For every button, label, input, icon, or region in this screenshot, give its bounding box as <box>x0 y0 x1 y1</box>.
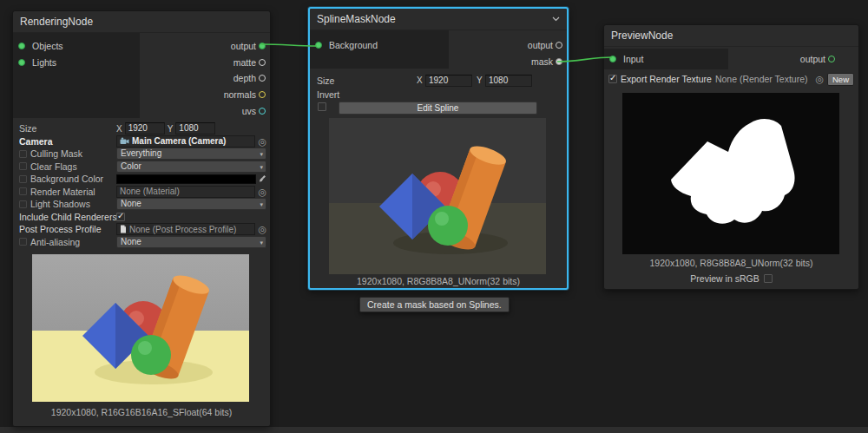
rendering-preview-caption: 1920x1080, R16G16B16A16_SFloat(64 bits) <box>13 407 270 417</box>
background-input-port[interactable] <box>315 42 322 49</box>
camera-object-field[interactable]: Main Camera (Camera) <box>116 135 255 148</box>
size-y-field[interactable]: 1080 <box>485 75 532 87</box>
object-picker-icon[interactable]: ◎ <box>258 137 266 146</box>
object-picker-icon[interactable]: ◎ <box>258 187 266 196</box>
depth-port[interactable] <box>259 75 266 82</box>
light-shadows-label: Light Shadows <box>30 199 90 209</box>
rendering-node[interactable]: RenderingNode Objects Lights output <box>12 10 271 427</box>
culling-mask-row: Culling Mask Everything▾ <box>13 148 270 161</box>
size-y-field[interactable]: 1080 <box>175 122 215 134</box>
collapse-chevron-icon[interactable] <box>552 16 560 22</box>
spline-mask-node-header[interactable]: SplineMaskNode <box>310 9 567 30</box>
normals-port[interactable] <box>259 91 266 98</box>
node-description-tooltip: Create a mask based on Splines. <box>359 297 510 312</box>
background-port-label: Background <box>329 40 378 50</box>
invert-checkbox[interactable] <box>318 102 326 111</box>
document-icon <box>120 225 127 233</box>
chevron-down-icon: ▾ <box>260 149 263 160</box>
spline-mask-node-title: SplineMaskNode <box>317 13 396 25</box>
chevron-down-icon: ▾ <box>260 200 263 210</box>
culling-mask-label: Culling Mask <box>30 148 82 159</box>
output-port[interactable] <box>259 43 266 49</box>
output-port-row: depth <box>140 70 270 87</box>
size-x-field[interactable]: 1920 <box>425 75 472 87</box>
light-shadows-dropdown[interactable]: None▾ <box>116 198 266 210</box>
output-port[interactable] <box>828 56 835 62</box>
lights-input-port[interactable] <box>18 59 25 66</box>
invert-label: Invert <box>317 89 339 100</box>
include-child-renderers-row: Include Child Renderers <box>13 211 270 224</box>
light-shadows-row: Light Shadows None▾ <box>13 198 270 211</box>
uvs-port[interactable] <box>259 108 266 115</box>
culling-mask-dropdown[interactable]: Everything▾ <box>116 148 266 160</box>
spline-mask-preview-image <box>329 118 546 274</box>
size-x-label: X <box>116 124 122 134</box>
post-process-profile-value: None (Post Process Profile) <box>129 225 236 234</box>
preview-node[interactable]: PreviewNode Input output Export Render T… <box>603 24 859 290</box>
output-port-row: normals <box>140 87 270 103</box>
size-x-field[interactable]: 1920 <box>125 122 165 134</box>
matte-port[interactable] <box>259 59 266 66</box>
expose-toggle[interactable] <box>19 175 27 183</box>
node-graph-canvas[interactable]: RenderingNode Objects Lights output <box>0 0 868 433</box>
anti-aliasing-row: Anti-aliasing None▾ <box>13 236 270 249</box>
export-render-texture-value[interactable]: None (Render Texture) <box>715 74 812 84</box>
export-render-texture-checkbox[interactable] <box>608 75 617 83</box>
expose-toggle[interactable] <box>19 238 27 246</box>
camera-value: Main Camera (Camera) <box>132 136 226 146</box>
spline-mask-node[interactable]: SplineMaskNode Background output mask <box>308 7 569 290</box>
objects-input-port[interactable] <box>18 43 25 49</box>
output-port-row: mask <box>449 53 567 69</box>
culling-mask-value: Everything <box>121 148 161 158</box>
input-port[interactable] <box>609 56 616 62</box>
clear-flags-dropdown[interactable]: Color▾ <box>116 161 266 173</box>
window-bottom-strip <box>0 427 868 433</box>
object-picker-icon[interactable]: ◎ <box>258 225 266 233</box>
output-port-label: output <box>528 40 553 50</box>
object-picker-icon[interactable]: ◎ <box>815 75 824 83</box>
input-port-row: Background <box>310 36 449 55</box>
preview-srgb-checkbox[interactable] <box>764 274 773 283</box>
include-child-renderers-checkbox[interactable] <box>116 213 125 221</box>
matte-port-label: matte <box>233 57 256 68</box>
camera-row: Camera Main Camera (Camera) ◎ <box>13 135 270 148</box>
expose-toggle[interactable] <box>19 150 27 158</box>
eyedropper-icon[interactable] <box>259 174 266 183</box>
output-port-label: output <box>800 54 825 64</box>
expose-toggle[interactable] <box>19 200 27 208</box>
background-color-swatch[interactable] <box>116 174 256 184</box>
depth-port-label: depth <box>233 73 256 83</box>
srgb-row: Preview in sRGB <box>604 273 858 284</box>
clear-flags-value: Color <box>121 161 141 171</box>
input-port-row: Objects <box>13 37 140 54</box>
lights-port-label: Lights <box>32 57 56 68</box>
new-render-texture-button[interactable]: New <box>827 73 854 86</box>
render-material-object-field[interactable]: None (Material) <box>116 186 255 198</box>
anti-aliasing-value: None <box>121 237 141 246</box>
chevron-down-icon: ▾ <box>260 162 263 173</box>
preview-node-header[interactable]: PreviewNode <box>604 25 858 47</box>
output-port-row: output <box>728 49 858 69</box>
edit-spline-button[interactable]: Edit Spline <box>339 102 537 115</box>
post-process-profile-object-field[interactable]: None (Post Process Profile) <box>116 223 255 235</box>
input-port-row: Input <box>604 49 728 69</box>
output-port-row: matte <box>140 55 270 71</box>
render-material-label: Render Material <box>30 187 95 197</box>
render-material-row: Render Material None (Material) ◎ <box>13 186 270 199</box>
clear-flags-row: Clear Flags Color▾ <box>13 161 270 174</box>
expose-toggle[interactable] <box>19 187 27 195</box>
size-y-label: Y <box>477 75 483 85</box>
output-port[interactable] <box>556 42 562 49</box>
rendering-node-header[interactable]: RenderingNode <box>13 11 270 33</box>
input-port-label: Input <box>623 54 643 64</box>
mask-port[interactable] <box>556 58 562 65</box>
anti-aliasing-dropdown[interactable]: None▾ <box>116 236 266 248</box>
output-port-row: output <box>449 36 567 53</box>
expose-toggle[interactable] <box>19 162 27 170</box>
render-material-value: None (Material) <box>120 187 180 196</box>
mask-port-label: mask <box>531 56 553 67</box>
rendering-node-title: RenderingNode <box>20 16 93 28</box>
background-color-label: Background Color <box>30 174 103 184</box>
objects-port-label: Objects <box>32 41 63 51</box>
output-port-label: output <box>231 41 256 51</box>
